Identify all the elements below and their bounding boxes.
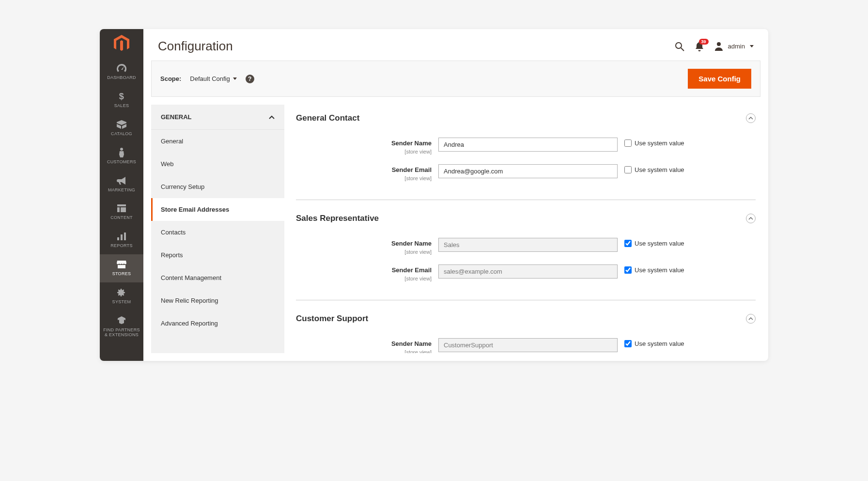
section-general-contact: General Contact Sender Name [store view]	[296, 105, 756, 200]
field-label: Sender Email [store view]	[296, 164, 432, 182]
section-header[interactable]: Sales Representative	[296, 205, 756, 229]
config-nav-advanced-reporting[interactable]: Advanced Reporting	[151, 312, 284, 335]
dashboard-icon	[117, 63, 126, 74]
use-system-checkbox[interactable]	[624, 140, 632, 147]
caret-down-icon	[750, 45, 754, 47]
collapse-icon[interactable]	[746, 113, 756, 123]
use-system-wrap: Use system value	[624, 138, 684, 147]
label-text: Sender Name	[296, 340, 432, 347]
page-title: Configuration	[158, 39, 233, 54]
scope-hint: [store view]	[404, 349, 432, 353]
nav-catalog[interactable]: CATALOG	[100, 114, 143, 142]
bars-icon	[117, 231, 126, 242]
config-nav-contacts[interactable]: Contacts	[151, 221, 284, 244]
section-header[interactable]: General Contact	[296, 105, 756, 129]
use-system-wrap: Use system value	[624, 164, 684, 173]
config-nav-newrelic[interactable]: New Relic Reporting	[151, 289, 284, 312]
person-icon	[119, 147, 124, 158]
section-header[interactable]: Customer Support	[296, 305, 756, 329]
field-label: Sender Name [store view]	[296, 138, 432, 155]
sales-rep-name-input	[438, 238, 618, 252]
nav-reports[interactable]: REPORTS	[100, 226, 143, 254]
field-row: Sender Name [store view] Use system valu…	[296, 338, 756, 353]
main-area: Configuration 39 admin Scope:	[143, 29, 768, 361]
nav-label: CATALOG	[111, 132, 132, 137]
header-actions: 39 admin	[675, 42, 754, 51]
use-system-wrap: Use system value	[624, 238, 684, 247]
nav-content[interactable]: CONTENT	[100, 198, 143, 226]
nav-stores[interactable]: STORES	[100, 254, 143, 282]
dollar-icon: $	[119, 91, 124, 102]
megaphone-icon	[117, 175, 126, 186]
main-sidebar: DASHBOARD $ SALES CATALOG CUSTOMERS MARK…	[100, 29, 143, 361]
use-system-label: Use system value	[635, 340, 684, 347]
config-nav-store-email[interactable]: Store Email Addresses	[151, 198, 284, 221]
section-title: Sales Representative	[296, 214, 379, 223]
nav-label: REPORTS	[110, 244, 132, 248]
help-icon[interactable]: ?	[246, 75, 254, 83]
nav-sales[interactable]: $ SALES	[100, 86, 143, 114]
collapse-icon[interactable]	[746, 314, 756, 324]
box-icon	[117, 119, 126, 130]
field-row: Sender Name [store view] Use system valu…	[296, 138, 756, 155]
field-row: Sender Name [store view] Use system valu…	[296, 238, 756, 256]
use-system-wrap: Use system value	[624, 264, 684, 274]
use-system-checkbox[interactable]	[624, 340, 632, 347]
use-system-checkbox[interactable]	[624, 240, 632, 247]
nav-dashboard[interactable]: DASHBOARD	[100, 58, 143, 86]
nav-partners[interactable]: FIND PARTNERS & EXTENSIONS	[100, 310, 143, 343]
user-menu[interactable]: admin	[714, 42, 754, 51]
config-nav-group-label: GENERAL	[161, 113, 192, 121]
sales-rep-email-input	[438, 264, 618, 279]
config-nav-cms[interactable]: Content Management	[151, 266, 284, 289]
use-system-label: Use system value	[635, 240, 684, 247]
puzzle-icon	[117, 315, 126, 326]
label-text: Sender Email	[296, 266, 432, 274]
nav-label: MARKETING	[108, 188, 135, 193]
section-title: General Contact	[296, 113, 359, 123]
config-nav-currency[interactable]: Currency Setup	[151, 175, 284, 198]
gear-icon	[117, 287, 126, 298]
search-button[interactable]	[675, 42, 684, 51]
section-customer-support: Customer Support Sender Name [store view…	[296, 305, 756, 353]
magento-logo[interactable]	[113, 35, 130, 52]
field-label: Sender Name [store view]	[296, 338, 432, 353]
field-row: Sender Email [store view] Use system val…	[296, 264, 756, 282]
config-sidebar: GENERAL General Web Currency Setup Store…	[151, 105, 284, 353]
caret-down-icon	[233, 78, 237, 80]
content-area: GENERAL General Web Currency Setup Store…	[143, 97, 768, 361]
customer-support-name-input	[438, 338, 618, 352]
nav-label: SYSTEM	[112, 300, 131, 305]
field-input-wrap	[438, 238, 618, 252]
config-nav-reports[interactable]: Reports	[151, 244, 284, 266]
scope-hint: [store view]	[404, 249, 432, 255]
collapse-icon[interactable]	[746, 214, 756, 223]
use-system-checkbox[interactable]	[624, 266, 632, 274]
scope-left: Scope: Default Config ?	[160, 75, 254, 83]
nav-label: CONTENT	[110, 216, 133, 220]
page-header: Configuration 39 admin	[143, 29, 768, 61]
config-nav-general[interactable]: General	[151, 130, 284, 153]
use-system-checkbox[interactable]	[624, 166, 632, 173]
nav-customers[interactable]: CUSTOMERS	[100, 142, 143, 171]
config-nav-group-general[interactable]: GENERAL	[151, 105, 284, 130]
username: admin	[728, 43, 745, 50]
notifications-button[interactable]: 39	[695, 42, 704, 51]
field-input-wrap	[438, 164, 618, 178]
use-system-label: Use system value	[635, 166, 684, 173]
config-nav-web[interactable]: Web	[151, 153, 284, 175]
general-contact-name-input[interactable]	[438, 138, 618, 152]
nav-system[interactable]: SYSTEM	[100, 282, 143, 310]
scope-hint: [store view]	[404, 149, 432, 155]
scope-label: Scope:	[160, 75, 181, 82]
nav-label: DASHBOARD	[107, 76, 136, 80]
save-config-button[interactable]: Save Config	[688, 69, 751, 89]
scope-bar: Scope: Default Config ? Save Config	[151, 61, 760, 97]
nav-marketing[interactable]: MARKETING	[100, 171, 143, 199]
scope-select[interactable]: Default Config	[190, 75, 236, 82]
svg-line-2	[681, 48, 684, 51]
general-contact-email-input[interactable]	[438, 164, 618, 178]
field-label: Sender Email [store view]	[296, 264, 432, 282]
scope-hint: [store view]	[404, 276, 432, 281]
section-title: Customer Support	[296, 314, 368, 324]
